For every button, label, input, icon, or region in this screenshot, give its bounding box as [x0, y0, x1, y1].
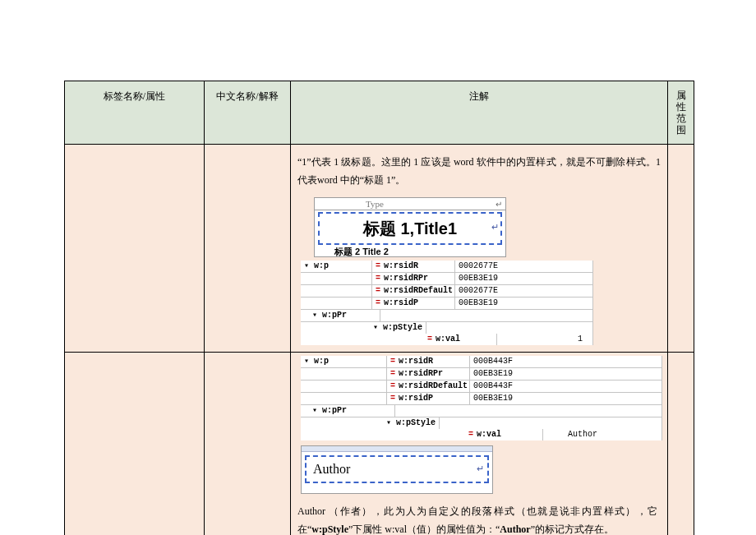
cell-tagname-2	[65, 353, 205, 536]
note1-text: “1”代表 1 级标题。这里的 1 应该是 word 软件中的内置样式，就是不可…	[291, 145, 667, 194]
note2-bold2: Author	[500, 523, 530, 535]
note2-part2: ”下属性 w:val（值）的属性值为：“	[348, 523, 500, 535]
xml-attr-val: 000B443F	[470, 356, 662, 367]
return-icon: ↵	[477, 459, 484, 477]
cell-cnname-2	[205, 353, 291, 536]
word-preview-main: 标题 1,Title1 ↵	[318, 212, 502, 245]
xml-attr-val: 1	[497, 334, 593, 345]
return-icon: ↵	[496, 199, 502, 210]
note2-text: Author （作者），此为人为自定义的段落样式（也就是说非内置样式），它在“w…	[296, 499, 662, 535]
note2-illustrations: ▾ w:p =w:rsidR 000B443F =w:rsidRPr 00EB3…	[291, 353, 667, 535]
header-col2: 中文名称/解释	[205, 81, 291, 145]
cell-scope-2	[668, 353, 694, 536]
xml-node-grandchild: ▾ w:pStyle	[383, 417, 440, 429]
xml-attr-key: =w:val	[424, 334, 497, 345]
xml-attr-val: 00EB3E19	[455, 273, 593, 284]
word-preview-main-text: 标题 1,Title1	[363, 219, 457, 238]
xml-attr-key: =w:val	[465, 429, 543, 440]
xml-attr-key: =w:rsidR	[387, 356, 470, 367]
table-header-row: 标签名称/属性 中文名称/解释 注解 属性 范围	[65, 81, 694, 145]
word-style-preview-1: Type ↵ 标题 1,Title1 ↵ 标题 2 Title 2	[314, 197, 506, 257]
xml-attr-key: =w:rsidR	[372, 261, 455, 272]
xml-attr-key: =w:rsidRDefault	[372, 285, 455, 297]
cell-note-1: “1”代表 1 级标题。这里的 1 应该是 word 软件中的内置样式，就是不可…	[291, 145, 668, 353]
note2-part3: ”的标记方式存在。	[531, 523, 614, 535]
header-col1: 标签名称/属性	[65, 81, 205, 145]
xml-attr-val: 00EB3E19	[455, 297, 593, 309]
word-preview-bottom-hint	[302, 485, 492, 493]
word-preview-top	[302, 446, 492, 452]
word-preview-main-text: Author	[313, 462, 350, 476]
header-col3: 注解	[291, 81, 668, 145]
note2-bold1: w:pStyle	[311, 523, 348, 535]
header-col4-line1: 属性	[676, 90, 686, 113]
cell-note-2: ▾ w:p =w:rsidR 000B443F =w:rsidRPr 00EB3…	[291, 353, 668, 536]
cell-cnname-1	[205, 145, 291, 353]
cell-tagname-1	[65, 145, 205, 353]
word-preview-main: Author ↵	[305, 455, 489, 483]
header-col4: 属性 范围	[668, 81, 694, 145]
xml-attr-key: =w:rsidRDefault	[387, 380, 470, 392]
xml-attr-val: 0002677E	[455, 261, 593, 272]
xml-inspector-1: ▾ w:p =w:rsidR 0002677E =w:rsidRPr 00EB3…	[301, 261, 593, 345]
table-row: “1”代表 1 级标题。这里的 1 应该是 word 软件中的内置样式，就是不可…	[65, 145, 694, 353]
xml-attr-key: =w:rsidP	[372, 297, 455, 309]
xml-inspector-2: ▾ w:p =w:rsidR 000B443F =w:rsidRPr 00EB3…	[301, 356, 662, 440]
return-icon: ↵	[491, 215, 499, 238]
xml-attr-val: Author	[543, 429, 662, 440]
xml-node-child: ▾ w:pPr	[301, 310, 380, 321]
xml-attr-val: 0002677E	[455, 285, 593, 297]
word-preview-bottom-hint: 标题 2 Title 2	[315, 247, 505, 256]
spec-table: 标签名称/属性 中文名称/解释 注解 属性 范围 “1”代表 1 级标题。这里的…	[64, 81, 694, 535]
xml-attr-key: =w:rsidRPr	[387, 368, 470, 380]
word-style-preview-2: Author ↵	[301, 445, 493, 494]
table-row: ▾ w:p =w:rsidR 000B443F =w:rsidRPr 00EB3…	[65, 353, 694, 536]
xml-node-root: ▾ w:p	[301, 356, 387, 367]
word-preview-top: Type ↵	[315, 198, 505, 210]
xml-node-child: ▾ w:pPr	[301, 405, 395, 417]
xml-attr-val: 00EB3E19	[470, 368, 662, 380]
cell-scope-1	[668, 145, 694, 353]
header-col4-line2: 范围	[676, 113, 686, 136]
xml-node-grandchild: ▾ w:pStyle	[370, 322, 426, 334]
xml-attr-val: 000B443F	[470, 380, 662, 392]
xml-attr-key: =w:rsidRPr	[372, 273, 455, 284]
xml-attr-key: =w:rsidP	[387, 393, 470, 404]
word-preview-top-label: Type	[366, 199, 384, 209]
note1-illustrations: Type ↵ 标题 1,Title1 ↵ 标题 2 Title 2 ▾ w:p …	[291, 194, 667, 352]
xml-attr-val: 00EB3E19	[470, 393, 662, 404]
xml-node-root: ▾ w:p	[301, 261, 372, 272]
